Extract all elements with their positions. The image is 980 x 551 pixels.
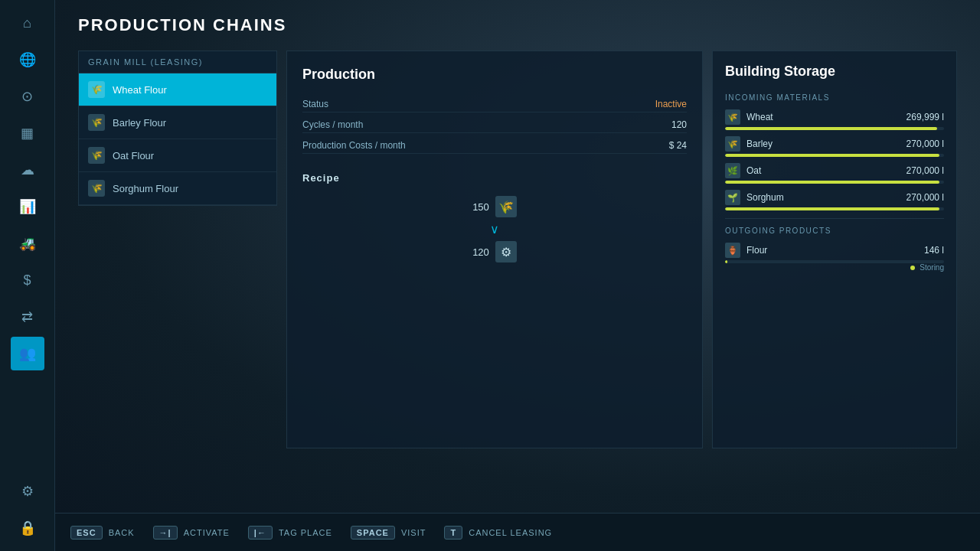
oat-amount: 270,000 l — [906, 165, 944, 176]
sidebar: ⌂ 🌐 ⊙ ▦ ☁ 📊 🚜 $ ⇄ 👥 ⚙ 🔒 — [0, 0, 55, 551]
flour-name: Flour — [746, 245, 767, 256]
storage-item-flour: 🏺 Flour 146 l Storing — [725, 243, 944, 272]
activate-label: ACTIVATE — [184, 528, 230, 537]
tagplace-label: TAG PLACE — [279, 528, 332, 537]
recipe-output: 120 ⚙ — [472, 241, 517, 262]
stat-costs-value: $ 24 — [669, 140, 687, 151]
outgoing-products-label: OUTGOING PRODUCTS — [725, 227, 944, 235]
recipe-input-amount: 150 — [472, 201, 489, 213]
storage-item-wheat-left: 🌾 Wheat — [725, 109, 773, 125]
recipe-items: 150 🌾 ∨ 120 ⚙ — [302, 196, 687, 262]
barley-flour-icon: 🌾 — [88, 114, 105, 131]
esc-label: BACK — [109, 528, 135, 537]
recipe-output-amount: 120 — [472, 246, 489, 258]
storage-item-oat-left: 🌿 Oat — [725, 163, 761, 178]
flour-amount: 146 l — [924, 245, 944, 256]
chain-item-sorghum-flour[interactable]: 🌾 Sorghum Flour — [79, 172, 276, 205]
production-title: Production — [302, 67, 687, 83]
chain-item-barley-flour[interactable]: 🌾 Barley Flour — [79, 106, 276, 139]
hotkey-visit: SPACE VISIT — [351, 526, 426, 540]
sorghum-name: Sorghum — [746, 192, 784, 203]
storage-item-barley: 🌾 Barley 270,000 l — [725, 136, 944, 157]
sorghum-storage-icon: 🌱 — [725, 190, 740, 205]
activate-badge: →| — [153, 526, 178, 540]
building-storage-title: Building Storage — [725, 64, 944, 80]
storage-item-sorghum-left: 🌱 Sorghum — [725, 190, 784, 205]
oat-storage-icon: 🌿 — [725, 163, 740, 178]
stat-status: Status Inactive — [302, 96, 687, 112]
recipe-output-icon: ⚙ — [495, 241, 517, 262]
storage-item-wheat: 🌾 Wheat 269,999 l — [725, 109, 944, 130]
flour-storage-icon: 🏺 — [725, 243, 740, 258]
sidebar-icon-trade[interactable]: ⇄ — [11, 300, 44, 334]
sidebar-icon-lock[interactable]: 🔒 — [11, 511, 44, 545]
barley-bar-bg — [725, 154, 944, 157]
main-content: PRODUCTION CHAINS GRAIN MILL (LEASING) 🌾… — [55, 0, 980, 551]
storage-item-flour-header: 🏺 Flour 146 l — [725, 243, 944, 258]
stat-cycles: Cycles / month 120 — [302, 117, 687, 133]
storage-divider — [725, 218, 944, 219]
sidebar-icon-weather[interactable]: ☁ — [11, 153, 44, 187]
oat-bar-fill — [725, 181, 939, 184]
cancel-leasing-badge: T — [444, 526, 462, 540]
oat-flour-label: Oat Flour — [113, 150, 154, 161]
grain-mill-label: GRAIN MILL (LEASING) — [78, 51, 277, 73]
wheat-bar-bg — [725, 127, 944, 130]
sorghum-flour-icon: 🌾 — [88, 180, 105, 197]
visit-badge: SPACE — [351, 526, 395, 540]
sidebar-icon-calendar[interactable]: ▦ — [11, 116, 44, 150]
sorghum-flour-label: Sorghum Flour — [113, 183, 178, 194]
page-title: PRODUCTION CHAINS — [78, 15, 957, 35]
stat-cycles-label: Cycles / month — [302, 119, 363, 130]
content-row: GRAIN MILL (LEASING) 🌾 Wheat Flour 🌾 Bar… — [78, 51, 957, 448]
sorghum-bar-fill — [725, 207, 939, 210]
stat-status-value: Inactive — [655, 99, 687, 109]
oat-name: Oat — [746, 165, 761, 176]
oat-bar-bg — [725, 181, 944, 184]
storing-dot — [910, 266, 915, 270]
hotkey-tagplace: |← TAG PLACE — [248, 526, 332, 540]
sidebar-icon-money[interactable]: $ — [11, 263, 44, 297]
barley-flour-label: Barley Flour — [113, 117, 166, 129]
sorghum-amount: 270,000 l — [906, 192, 944, 203]
stat-cycles-value: 120 — [671, 119, 687, 130]
panel-building-storage: Building Storage INCOMING MATERIALS 🌾 Wh… — [712, 51, 957, 448]
tagplace-badge: |← — [248, 526, 273, 540]
storage-item-barley-header: 🌾 Barley 270,000 l — [725, 136, 944, 152]
sorghum-bar-bg — [725, 207, 944, 210]
hotkey-cancel-leasing: T CANCEL LEASING — [444, 526, 552, 540]
barley-bar-fill — [725, 154, 939, 157]
bottom-bar: ESC BACK →| ACTIVATE |← TAG PLACE SPACE … — [55, 513, 980, 551]
stat-costs-label: Production Costs / month — [302, 140, 406, 151]
barley-name: Barley — [746, 139, 773, 149]
sidebar-icon-wheel[interactable]: ⊙ — [11, 80, 44, 113]
storage-item-oat-header: 🌿 Oat 270,000 l — [725, 163, 944, 178]
stat-status-label: Status — [302, 99, 328, 109]
wheat-storage-icon: 🌾 — [725, 109, 740, 125]
wheat-flour-icon: 🌾 — [88, 81, 105, 98]
storage-item-flour-left: 🏺 Flour — [725, 243, 767, 258]
sidebar-icon-globe[interactable]: 🌐 — [11, 43, 44, 77]
chain-item-wheat-flour[interactable]: 🌾 Wheat Flour — [79, 73, 276, 106]
recipe-input: 150 🌾 — [472, 196, 517, 217]
barley-amount: 270,000 l — [906, 139, 944, 149]
sidebar-icon-home[interactable]: ⌂ — [11, 6, 44, 40]
cancel-leasing-label: CANCEL LEASING — [469, 528, 552, 537]
recipe-title: Recipe — [302, 172, 687, 184]
incoming-materials-label: INCOMING MATERIALS — [725, 93, 944, 102]
recipe-section: Recipe 150 🌾 ∨ 120 ⚙ — [302, 172, 687, 262]
wheat-flour-label: Wheat Flour — [113, 84, 167, 96]
production-stats: Status Inactive Cycles / month 120 Produ… — [302, 96, 687, 154]
wheat-name: Wheat — [746, 112, 773, 122]
esc-badge: ESC — [70, 526, 103, 540]
sidebar-icon-settings[interactable]: ⚙ — [11, 474, 44, 508]
sidebar-icon-people[interactable]: 👥 — [11, 337, 44, 370]
hotkey-activate: →| ACTIVATE — [153, 526, 230, 540]
oat-flour-icon: 🌾 — [88, 147, 105, 164]
sidebar-icon-vehicle[interactable]: 🚜 — [11, 227, 44, 260]
storage-item-sorghum-header: 🌱 Sorghum 270,000 l — [725, 190, 944, 205]
sidebar-icon-chart[interactable]: 📊 — [11, 190, 44, 223]
panel-production: Production Status Inactive Cycles / mont… — [286, 51, 703, 448]
chain-item-oat-flour[interactable]: 🌾 Oat Flour — [79, 139, 276, 172]
storage-item-sorghum: 🌱 Sorghum 270,000 l — [725, 190, 944, 210]
